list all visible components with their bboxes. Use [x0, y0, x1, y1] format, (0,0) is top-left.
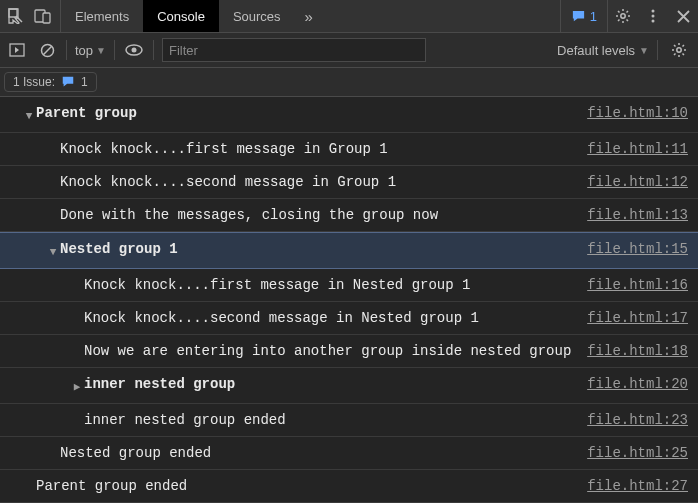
tabs-bar-right: 1 — [560, 0, 698, 32]
disclosure-spacer — [46, 205, 60, 208]
disclosure-spacer — [46, 139, 60, 142]
console-output: ▼Parent groupfile.html:10Knock knock....… — [0, 97, 698, 503]
source-link[interactable]: file.html:10 — [587, 103, 688, 123]
svg-point-3 — [652, 10, 655, 13]
console-row[interactable]: Nested group endedfile.html:25 — [0, 437, 698, 470]
disclosure-spacer — [46, 443, 60, 446]
disclosure-spacer — [70, 308, 84, 311]
inspect-icon[interactable] — [8, 8, 24, 24]
console-row[interactable]: Parent group endedfile.html:27 — [0, 470, 698, 503]
filter-input[interactable] — [162, 38, 426, 62]
disclosure-spacer — [70, 410, 84, 413]
disclosure-spacer — [46, 172, 60, 175]
log-message: Now we are entering into another group i… — [84, 341, 587, 361]
source-link[interactable]: file.html:20 — [587, 374, 688, 394]
console-toolbar: top ▼ Default levels ▼ — [0, 33, 698, 68]
chevron-down-icon: ▼ — [96, 45, 106, 56]
levels-label: Default levels — [557, 43, 635, 58]
source-link[interactable]: file.html:12 — [587, 172, 688, 192]
svg-point-2 — [621, 14, 625, 18]
live-expression-icon[interactable] — [123, 33, 145, 67]
console-row[interactable]: ▼Parent groupfile.html:10 — [0, 97, 698, 133]
console-settings-icon[interactable] — [666, 33, 692, 67]
issues-label: 1 Issue: — [13, 75, 55, 89]
device-toggle-icon[interactable] — [34, 8, 52, 24]
issues-badge-count: 1 — [590, 9, 597, 24]
log-levels-dropdown[interactable]: Default levels ▼ — [557, 43, 649, 58]
clear-console-icon[interactable] — [36, 33, 58, 67]
console-row[interactable]: ▶inner nested groupfile.html:20 — [0, 368, 698, 404]
context-label: top — [75, 43, 93, 58]
svg-rect-1 — [43, 13, 50, 23]
source-link[interactable]: file.html:16 — [587, 275, 688, 295]
settings-button[interactable] — [608, 0, 638, 32]
source-link[interactable]: file.html:13 — [587, 205, 688, 225]
tab-console[interactable]: Console — [143, 0, 219, 32]
log-message: inner nested group — [84, 374, 587, 394]
log-message: Parent group ended — [36, 476, 587, 496]
tab-elements[interactable]: Elements — [61, 0, 143, 32]
svg-point-5 — [652, 20, 655, 23]
source-link[interactable]: file.html:23 — [587, 410, 688, 430]
log-message: Done with the messages, closing the grou… — [60, 205, 587, 225]
disclosure-spacer — [70, 275, 84, 278]
console-row[interactable]: Now we are entering into another group i… — [0, 335, 698, 368]
disclosure-toggle[interactable]: ▼ — [46, 239, 60, 262]
inspect-tools — [0, 0, 61, 32]
log-message: Nested group 1 — [60, 239, 587, 259]
sidebar-toggle-icon[interactable] — [6, 33, 28, 67]
message-icon — [61, 75, 75, 89]
devtools-tabs-bar: Elements Console Sources » 1 — [0, 0, 698, 33]
source-link[interactable]: file.html:25 — [587, 443, 688, 463]
source-link[interactable]: file.html:11 — [587, 139, 688, 159]
console-row[interactable]: Knock knock....second message in Nested … — [0, 302, 698, 335]
separator — [114, 40, 115, 60]
svg-point-9 — [131, 48, 136, 53]
log-message: Knock knock....first message in Group 1 — [60, 139, 587, 159]
issues-bar: 1 Issue: 1 — [0, 68, 698, 97]
svg-point-10 — [677, 48, 681, 52]
message-icon — [571, 9, 586, 24]
separator — [657, 40, 658, 60]
log-message: inner nested group ended — [84, 410, 587, 430]
console-row[interactable]: Done with the messages, closing the grou… — [0, 199, 698, 232]
disclosure-toggle[interactable]: ▶ — [70, 374, 84, 397]
chevron-down-icon: ▼ — [639, 45, 649, 56]
issues-chip[interactable]: 1 Issue: 1 — [4, 72, 97, 92]
issues-count: 1 — [81, 75, 88, 89]
disclosure-spacer — [70, 341, 84, 344]
source-link[interactable]: file.html:15 — [587, 239, 688, 259]
console-row[interactable]: Knock knock....first message in Nested g… — [0, 269, 698, 302]
panel-tabs: Elements Console Sources » — [61, 0, 323, 32]
separator — [153, 40, 154, 60]
source-link[interactable]: file.html:17 — [587, 308, 688, 328]
log-message: Knock knock....first message in Nested g… — [84, 275, 587, 295]
console-row[interactable]: inner nested group endedfile.html:23 — [0, 404, 698, 437]
tab-sources[interactable]: Sources — [219, 0, 295, 32]
disclosure-toggle[interactable]: ▼ — [22, 103, 36, 126]
console-row[interactable]: Knock knock....first message in Group 1f… — [0, 133, 698, 166]
kebab-menu[interactable] — [638, 0, 668, 32]
issues-badge[interactable]: 1 — [560, 0, 608, 32]
source-link[interactable]: file.html:18 — [587, 341, 688, 361]
source-link[interactable]: file.html:27 — [587, 476, 688, 496]
context-dropdown[interactable]: top ▼ — [75, 43, 106, 58]
log-message: Knock knock....second message in Group 1 — [60, 172, 587, 192]
log-message: Parent group — [36, 103, 587, 123]
tabs-overflow[interactable]: » — [295, 0, 323, 32]
console-row[interactable]: Knock knock....second message in Group 1… — [0, 166, 698, 199]
separator — [66, 40, 67, 60]
disclosure-spacer — [22, 476, 36, 479]
log-message: Knock knock....second message in Nested … — [84, 308, 587, 328]
log-message: Nested group ended — [60, 443, 587, 463]
console-row[interactable]: ▼Nested group 1file.html:15 — [0, 232, 698, 269]
svg-point-4 — [652, 15, 655, 18]
close-button[interactable] — [668, 0, 698, 32]
